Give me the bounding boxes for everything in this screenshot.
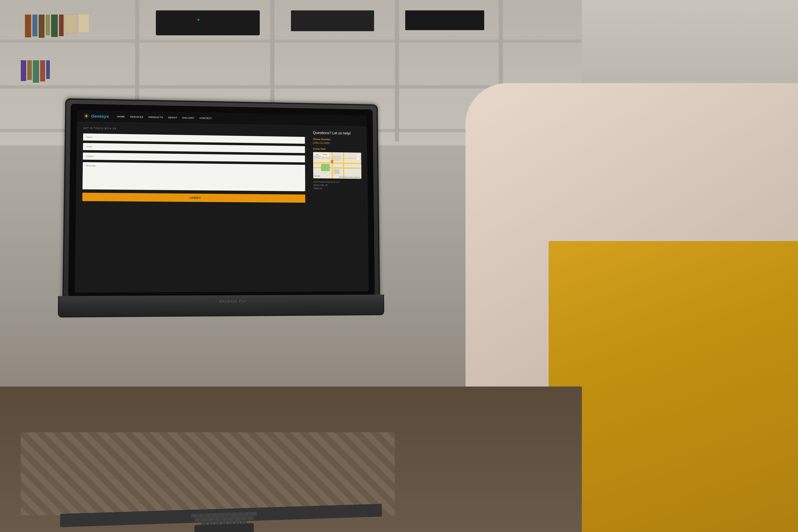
books-row2 [21, 60, 50, 83]
map-zoom-in[interactable]: + [357, 154, 360, 157]
map-block2 [334, 169, 339, 174]
electronics-top2 [291, 11, 374, 31]
laptop-base: // Will be rendered by loop below qwerty… [58, 295, 384, 318]
nav-about[interactable]: ABOUT [168, 116, 177, 119]
electronics-top3 [405, 11, 484, 30]
map-terms: Terms of Use | Report a map error [339, 176, 360, 178]
svg-line-7 [88, 114, 88, 115]
contact-form-section: GET IN TOUCH WITH US SUBMIT [82, 127, 305, 203]
email-input[interactable] [83, 143, 305, 153]
logo-icon [83, 113, 89, 119]
map-block1 [333, 155, 341, 161]
map-park [321, 164, 330, 171]
visit-label: Come Visit [313, 148, 361, 151]
questions-title: Questions? Let us help! [313, 131, 361, 136]
map-tabs: Map Satellite [314, 153, 329, 156]
nav-products[interactable]: PRODUCTS [148, 116, 163, 119]
laptop: Genesys HOME SERVICES PRODUCTS ABOUT GAL… [61, 98, 397, 395]
map-road-v1 [331, 152, 333, 178]
phone-label: Phone Number: [313, 138, 361, 141]
laptop-lid: Genesys HOME SERVICES PRODUCTS ABOUT GAL… [62, 98, 380, 300]
carpet [21, 432, 395, 515]
submit-button[interactable]: SUBMIT [82, 193, 305, 203]
name-input[interactable] [83, 133, 305, 144]
svg-line-5 [84, 114, 85, 115]
nav-home[interactable]: HOME [117, 115, 125, 118]
shelf-board-1 [0, 39, 582, 43]
phone-number: (248) 221-5933 [313, 141, 361, 145]
svg-marker-11 [331, 162, 333, 163]
brand-name: Genesys [91, 114, 109, 119]
subject-input[interactable] [83, 153, 305, 162]
address-line3: 48326 US [314, 187, 362, 191]
electronics-top [156, 11, 260, 35]
shelf-divider-3 [395, 0, 399, 141]
address: 2143 Pontiac Road Suite 102 Auburn Hills… [313, 180, 362, 191]
map-tab-map[interactable]: Map [314, 153, 320, 156]
logo-area: Genesys [83, 113, 109, 119]
page-content: GET IN TOUCH WITH US SUBMIT Questions? L… [76, 122, 368, 208]
nav-contact[interactable]: CONTACT [200, 117, 212, 119]
couch-yellow [549, 241, 798, 532]
books-row1 [25, 15, 89, 38]
svg-point-0 [85, 115, 87, 117]
map-container: Map Satellite + − Google [313, 152, 361, 179]
contact-info-section: Questions? Let us help! Phone Number: (2… [313, 131, 362, 203]
map-tab-satellite[interactable]: Satellite [320, 153, 329, 156]
svg-line-8 [84, 117, 85, 118]
section-title: GET IN TOUCH WITH US [83, 127, 305, 133]
nav-services[interactable]: SERVICES [130, 116, 144, 118]
map-zoom-out[interactable]: − [357, 157, 360, 160]
website-screen: Genesys HOME SERVICES PRODUCTS ABOUT GAL… [75, 110, 369, 292]
nav-gallery[interactable]: GALLERY [182, 117, 194, 119]
message-textarea[interactable] [82, 162, 305, 191]
svg-line-6 [88, 117, 88, 118]
screen-bezel: Genesys HOME SERVICES PRODUCTS ABOUT GAL… [68, 104, 375, 297]
map-pin [330, 159, 334, 163]
map-zoom-controls: + − [357, 154, 360, 160]
nav-links: HOME SERVICES PRODUCTS ABOUT GALLERY CON… [117, 115, 212, 119]
google-logo: Google [314, 174, 320, 177]
macbook-pro-label: MacBook Pro [219, 300, 246, 303]
